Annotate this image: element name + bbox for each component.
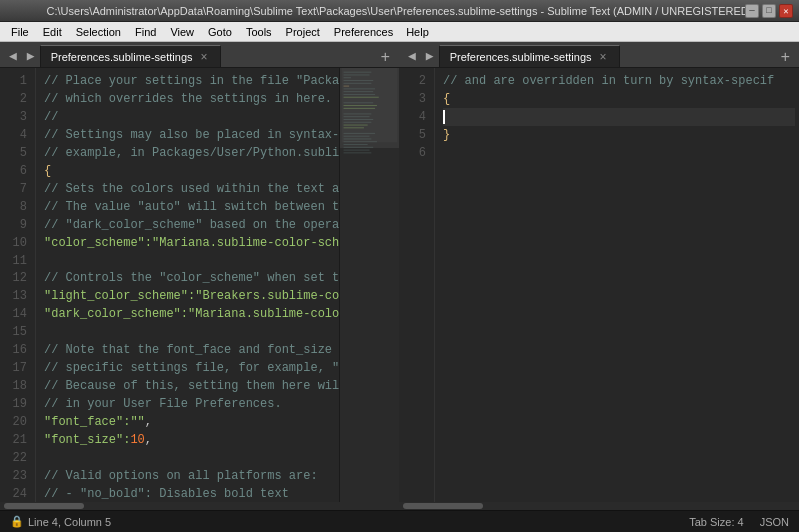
token-brace: { xyxy=(44,162,51,180)
token-key: "color_scheme": xyxy=(44,234,152,252)
left-pane: ◀ ▶ Preferences.sublime-settings × + 123… xyxy=(0,42,400,510)
code-line-4: // Settings may also be placed in syntax… xyxy=(44,126,335,144)
left-hscrollbar-thumb[interactable] xyxy=(4,503,84,509)
line-number-9: 9 xyxy=(4,216,27,234)
token-extra: , xyxy=(145,431,152,449)
right-tab-active[interactable]: Preferences.sublime-settings × xyxy=(439,45,620,67)
code-line-24: // - "no_bold": Disables bold text xyxy=(44,485,335,502)
left-tab-nav-prev[interactable]: ◀ xyxy=(4,45,22,67)
line-number-14: 14 xyxy=(4,305,27,323)
status-syntax[interactable]: JSON xyxy=(760,516,789,528)
menu-item-help[interactable]: Help xyxy=(400,22,436,41)
code-line-15 xyxy=(44,323,335,341)
svg-rect-25 xyxy=(344,150,370,151)
line-number-13: 13 xyxy=(4,287,27,305)
left-hscrollbar[interactable] xyxy=(0,502,399,510)
right-code-content[interactable]: // and are overridden in turn by syntax-… xyxy=(435,68,799,502)
status-right: Tab Size: 4 JSON xyxy=(689,516,789,528)
menu-item-view[interactable]: View xyxy=(163,22,201,41)
svg-rect-23 xyxy=(344,144,368,145)
left-minimap xyxy=(339,68,399,502)
line-number-21: 21 xyxy=(4,431,27,449)
editors-container: ◀ ▶ Preferences.sublime-settings × + 123… xyxy=(0,42,799,510)
code-line-11 xyxy=(44,252,335,269)
token-comment: // Controls the "color_scheme" when set … xyxy=(44,269,339,287)
status-line-col: Line 4, Column 5 xyxy=(28,516,111,528)
right-hscrollbar[interactable] xyxy=(400,502,799,510)
svg-rect-27 xyxy=(342,68,398,142)
token-comment: // Place your settings in the file "Pack… xyxy=(44,72,339,90)
left-tab-close[interactable]: × xyxy=(199,50,210,64)
menu-item-edit[interactable]: Edit xyxy=(36,22,69,41)
token-comment: // in your User File Preferences. xyxy=(44,395,282,413)
menu-item-goto[interactable]: Goto xyxy=(201,22,239,41)
line-number-11: 11 xyxy=(4,252,27,269)
line-number-1: 1 xyxy=(4,72,27,90)
left-line-numbers: 1234567891011121314151617181920212223242… xyxy=(0,68,36,502)
code-line-10: "color_scheme": "Mariana.sublime-color-s… xyxy=(44,234,335,252)
left-tab-active[interactable]: Preferences.sublime-settings × xyxy=(40,45,221,67)
svg-rect-26 xyxy=(344,152,372,153)
token-string: "Breakers.sublime-co xyxy=(195,287,339,305)
line-number-3: 3 xyxy=(4,108,27,126)
title-text: C:\Users\Administrator\AppData\Roaming\S… xyxy=(6,5,793,17)
left-code-content[interactable]: // Place your settings in the file "Pack… xyxy=(36,68,339,502)
maximize-button[interactable]: □ xyxy=(762,4,776,18)
right-tab-nav-next[interactable]: ▶ xyxy=(421,45,439,67)
token-brace: { xyxy=(443,90,450,108)
window-controls: — □ ✕ xyxy=(745,4,793,18)
line-number-16: 16 xyxy=(4,341,27,359)
menu-item-find[interactable]: Find xyxy=(128,22,163,41)
token-comment: // Because of this, setting them here wi… xyxy=(44,377,339,395)
code-line-1: // Place your settings in the file "Pack… xyxy=(44,72,335,90)
menu-item-tools[interactable]: Tools xyxy=(239,22,279,41)
minimize-button[interactable]: — xyxy=(745,4,759,18)
line-number-5: 5 xyxy=(4,144,27,162)
menu-item-project[interactable]: Project xyxy=(279,22,327,41)
status-icon: 🔒 xyxy=(10,515,24,528)
title-bar: C:\Users\Administrator\AppData\Roaming\S… xyxy=(0,0,799,22)
code-line-8: // The value "auto" will switch between … xyxy=(44,198,335,216)
status-tab-size[interactable]: Tab Size: 4 xyxy=(689,516,743,528)
code-line-6: { xyxy=(44,162,335,180)
code-line-3: // xyxy=(44,108,335,126)
menu-bar: FileEditSelectionFindViewGotoToolsProjec… xyxy=(0,22,799,42)
line-number-23: 23 xyxy=(4,467,27,485)
left-tab-nav-next[interactable]: ▶ xyxy=(22,45,40,67)
token-key: "light_color_scheme": xyxy=(44,287,195,305)
token-comment: // Sets the colors used within the text … xyxy=(44,180,339,198)
code-line-16: // Note that the font_face and font_size… xyxy=(44,341,335,359)
token-comment: // specific settings file, for example, … xyxy=(44,359,339,377)
menu-item-selection[interactable]: Selection xyxy=(69,22,128,41)
token-key: "font_size": xyxy=(44,431,130,449)
code-line-19: // in your User File Preferences. xyxy=(44,395,335,413)
code-line-9: // "dark_color_scheme" based on the oper… xyxy=(44,216,335,234)
code-line-18: // Because of this, setting them here wi… xyxy=(44,377,335,395)
token-number: 10 xyxy=(130,431,144,449)
line-number-22: 22 xyxy=(4,449,27,467)
token-comment: // - "no_bold": Disables bold text xyxy=(44,485,289,502)
token-comment: // xyxy=(44,108,58,126)
line-number-18: 18 xyxy=(4,377,27,395)
right-tab-label: Preferences.sublime-settings xyxy=(450,51,592,63)
code-line-3: { xyxy=(443,90,795,108)
right-hscrollbar-thumb[interactable] xyxy=(403,503,483,509)
close-button[interactable]: ✕ xyxy=(779,4,793,18)
left-tab-add[interactable]: + xyxy=(375,49,395,67)
code-line-21: "font_size": 10, xyxy=(44,431,335,449)
line-number-24: 24 xyxy=(4,485,27,502)
right-tab-nav-prev[interactable]: ◀ xyxy=(403,45,421,67)
right-tab-close[interactable]: × xyxy=(598,50,609,64)
right-tab-add[interactable]: + xyxy=(775,49,795,67)
code-line-13: "light_color_scheme": "Breakers.sublime-… xyxy=(44,287,335,305)
menu-item-file[interactable]: File xyxy=(4,22,36,41)
menu-item-preferences[interactable]: Preferences xyxy=(327,22,400,41)
line-number-15: 15 xyxy=(4,323,27,341)
token-comment: // and are overridden in turn by syntax-… xyxy=(443,72,774,90)
token-extra: , xyxy=(145,413,152,431)
token-comment: // Note that the font_face and font_size… xyxy=(44,341,339,359)
line-number-20: 20 xyxy=(4,413,27,431)
left-tab-bar: ◀ ▶ Preferences.sublime-settings × + xyxy=(0,42,399,68)
right-code-area: 23456 // and are overridden in turn by s… xyxy=(400,68,799,502)
code-line-5: // example, in Packages/User/Python.subl… xyxy=(44,144,335,162)
